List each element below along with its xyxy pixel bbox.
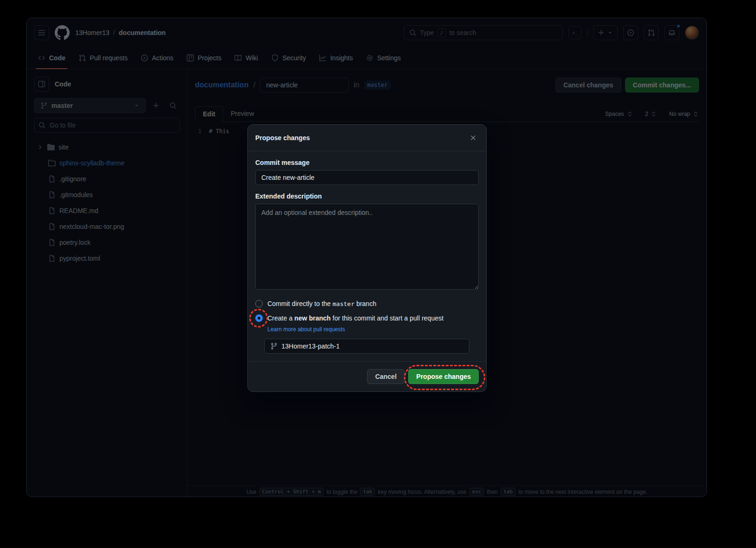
new-branch-field [264,339,469,354]
extended-description-textarea[interactable] [255,204,479,290]
option-text-bold: new branch [295,314,331,322]
commit-message-label: Commit message [255,159,479,166]
close-icon [469,134,477,142]
commit-target-options: Commit directly to the master branch Cre… [255,299,479,354]
commit-directly-option[interactable]: Commit directly to the master branch [255,299,479,309]
propose-changes-dialog: Propose changes Commit message Extended … [247,124,487,392]
desktop-background: 13Homer13 / documentation Type / to sear… [0,0,756,548]
learn-more-link[interactable]: Learn more about pull requests [267,326,345,333]
master-branch-name: master [332,300,354,307]
commit-directly-radio[interactable] [255,300,263,307]
dialog-header: Propose changes [248,125,486,151]
commit-message-input[interactable] [255,170,479,185]
dialog-footer: Cancel Propose changes [248,361,486,391]
commit-directly-label: Commit directly to the master branch [267,299,376,309]
create-branch-option[interactable]: Create a new branch for this commit and … [255,313,479,323]
option-text: Commit directly to the [267,300,331,307]
close-dialog-button[interactable] [468,132,479,143]
create-branch-radio[interactable] [255,314,263,322]
option-text: branch [356,300,376,307]
option-text: Create a [267,314,293,322]
option-text: for this commit and start a pull request [332,314,443,322]
create-branch-label: Create a new branch for this commit and … [267,313,444,323]
github-window: 13Homer13 / documentation Type / to sear… [26,18,707,497]
new-branch-name-input[interactable] [281,342,463,350]
dialog-title: Propose changes [255,132,310,143]
git-branch-icon [270,342,278,350]
extended-description-label: Extended description [255,192,479,200]
cancel-button[interactable]: Cancel [367,369,404,384]
dialog-body: Commit message Extended description Comm… [248,151,486,361]
propose-changes-button[interactable]: Propose changes [408,369,479,384]
